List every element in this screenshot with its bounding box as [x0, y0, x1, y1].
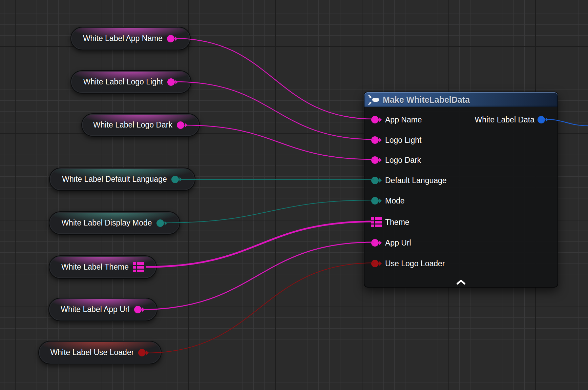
variable-node-label: White Label Default Language: [62, 175, 167, 184]
input-pin-label: Default Language: [385, 176, 447, 185]
output-pin-label: White Label Data: [475, 115, 534, 124]
input-pin-label: App Url: [385, 238, 411, 248]
variable-node-label: White Label Use Loader: [50, 348, 134, 357]
make-struct-node[interactable]: Make WhiteLabelDataApp NameLogo LightLog…: [364, 92, 558, 288]
input-pin-row: Default Language: [371, 175, 447, 186]
input-pin-icon[interactable]: [371, 238, 382, 247]
blueprint-graph-canvas[interactable]: White Label App NameWhite Label Logo Lig…: [0, 0, 588, 390]
input-pin-label: Logo Dark: [385, 156, 421, 165]
input-pin-row: Use Logo Loader: [371, 258, 445, 269]
variable-getter-node[interactable]: White Label Display Mode: [49, 211, 180, 235]
make-node-header[interactable]: Make WhiteLabelData: [364, 92, 558, 107]
connection-wire[interactable]: [164, 200, 374, 223]
variable-node-label: White Label Logo Dark: [93, 120, 172, 130]
variable-getter-node[interactable]: White Label Logo Light: [70, 70, 191, 94]
struct-output-pin-icon[interactable]: [537, 115, 549, 124]
variable-getter-node[interactable]: White Label Logo Dark: [81, 113, 200, 137]
input-pin-row: Logo Light: [371, 134, 421, 146]
input-pin-label: Mode: [385, 196, 405, 206]
input-pin-row: App Name: [371, 114, 422, 125]
input-pin-icon[interactable]: [371, 196, 382, 205]
input-pin-icon[interactable]: [371, 176, 382, 185]
connection-wire[interactable]: [140, 242, 374, 310]
connection-wire[interactable]: [184, 125, 374, 159]
chevron-up-icon[interactable]: [456, 279, 466, 285]
connection-wire[interactable]: [175, 82, 374, 139]
input-pin-icon[interactable]: [371, 259, 382, 268]
input-pin-label: Logo Light: [385, 136, 421, 145]
connection-wire[interactable]: [145, 263, 374, 353]
input-pin-row: Logo Dark: [371, 154, 421, 166]
variable-node-label: White Label Theme: [61, 262, 129, 272]
variable-getter-node[interactable]: White Label Use Loader: [38, 341, 162, 364]
variable-getter-node[interactable]: White Label Default Language: [49, 168, 195, 191]
output-pin-icon[interactable]: [138, 348, 149, 357]
variable-node-label: White Label App Name: [83, 34, 163, 43]
input-pin-icon[interactable]: [371, 156, 382, 164]
output-pin-row: White Label Data: [475, 114, 549, 125]
variable-getter-node[interactable]: White Label App Name: [70, 27, 191, 50]
make-node-title: Make WhiteLabelData: [383, 95, 470, 105]
variable-node-label: White Label App Url: [61, 305, 129, 314]
variable-node-label: White Label Logo Light: [83, 77, 163, 86]
input-pin-icon[interactable]: [371, 115, 382, 124]
input-pin-row: Theme: [371, 216, 410, 228]
make-struct-icon: [368, 95, 379, 105]
input-pin-label: Theme: [385, 218, 410, 227]
input-pin-icon[interactable]: [371, 136, 382, 144]
connection-wire[interactable]: [179, 179, 374, 180]
input-pin-row: Mode: [371, 195, 405, 207]
variable-node-label: White Label Display Mode: [61, 218, 152, 228]
input-pin-label: App Name: [385, 115, 422, 124]
struct-output-pin-icon[interactable]: [133, 262, 144, 273]
variable-getter-node[interactable]: White Label Theme: [49, 255, 157, 279]
input-pin-label: Use Logo Loader: [385, 259, 445, 268]
connection-wire[interactable]: [173, 38, 374, 119]
input-pin-row: App Url: [371, 237, 411, 249]
